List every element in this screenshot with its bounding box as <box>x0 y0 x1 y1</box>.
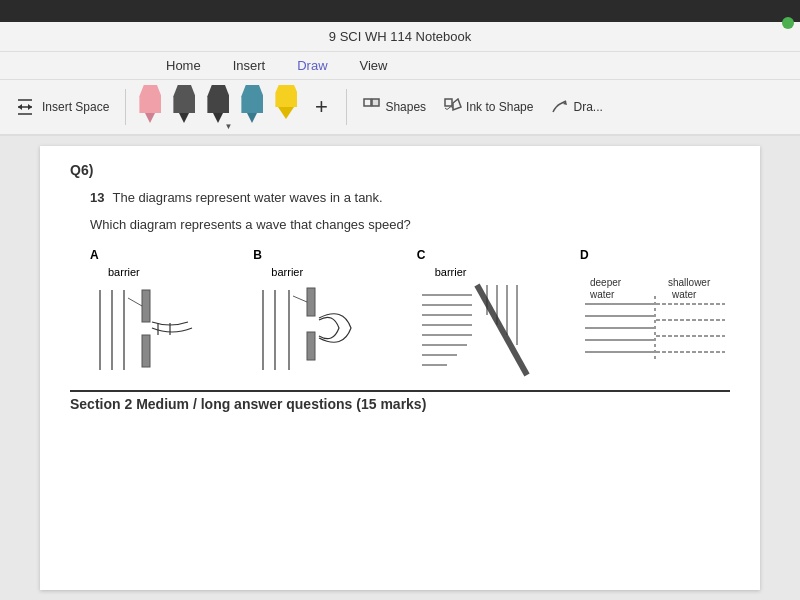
shapes-label: Shapes <box>385 100 426 114</box>
diagram-c-barrier: barrier <box>435 266 467 278</box>
svg-text:water: water <box>671 289 697 300</box>
svg-rect-17 <box>307 332 315 360</box>
pen-pink-tip <box>145 113 155 123</box>
svg-rect-16 <box>307 288 315 316</box>
menu-insert[interactable]: Insert <box>227 56 272 75</box>
toolbar-divider-2 <box>346 89 347 125</box>
menu-home[interactable]: Home <box>160 56 207 75</box>
pen-pink[interactable] <box>136 85 164 129</box>
svg-marker-2 <box>28 104 32 110</box>
insert-space-icon <box>14 96 36 118</box>
pen-dark2-body <box>207 85 229 113</box>
pen-dark1-body <box>173 85 195 113</box>
svg-rect-8 <box>142 290 150 322</box>
diagram-b-barrier: barrier <box>271 266 303 278</box>
svg-rect-7 <box>445 99 452 106</box>
ink-to-shape-icon <box>444 98 462 116</box>
status-indicator <box>782 17 794 29</box>
question-main-text: The diagrams represent water waves in a … <box>112 190 382 205</box>
pen-dark1-tip <box>179 113 189 123</box>
pen-dark1[interactable] <box>170 85 198 129</box>
pen-teal[interactable] <box>238 85 266 129</box>
svg-rect-5 <box>364 99 371 106</box>
diagram-b: B barrier <box>253 248 396 380</box>
svg-line-10 <box>128 298 142 306</box>
pen-yellow[interactable] <box>272 85 300 129</box>
add-pen-button[interactable]: + <box>306 92 336 122</box>
menu-view[interactable]: View <box>354 56 394 75</box>
diagram-a: A barrier <box>90 248 233 380</box>
diagram-d: D deeper water shallower water <box>580 248 730 366</box>
svg-rect-9 <box>142 335 150 367</box>
diagram-c-label: C <box>417 248 426 262</box>
ink-to-shape-button[interactable]: Ink to Shape <box>438 94 539 120</box>
toolbar-divider-1 <box>125 89 126 125</box>
menu-bar: Home Insert Draw View <box>0 52 800 80</box>
svg-text:deeper: deeper <box>590 277 622 288</box>
pen-yellow-body <box>275 85 297 107</box>
diagram-d-svg: deeper water shallower water <box>580 266 730 366</box>
svg-text:water: water <box>589 289 615 300</box>
notebook-page: Q6) 13 The diagrams represent water wave… <box>40 146 760 590</box>
diagram-a-barrier: barrier <box>108 266 140 278</box>
toolbar: Insert Space ▼ + Shapes <box>0 80 800 136</box>
svg-line-22 <box>477 285 527 375</box>
svg-rect-6 <box>372 99 379 106</box>
pen-teal-body <box>241 85 263 113</box>
draw-icon <box>551 98 569 116</box>
draw-label: Dra... <box>573 100 602 114</box>
menu-draw[interactable]: Draw <box>291 56 333 75</box>
draw-button[interactable]: Dra... <box>545 94 608 120</box>
pen-pink-body <box>139 85 161 113</box>
diagram-a-label: A <box>90 248 99 262</box>
pen-dark2[interactable]: ▼ <box>204 85 232 129</box>
diagrams-row: A barrier <box>90 248 730 380</box>
shapes-button[interactable]: Shapes <box>357 94 432 120</box>
diagram-c-svg <box>417 280 547 380</box>
svg-text:shallower: shallower <box>668 277 711 288</box>
shapes-icon <box>363 98 381 116</box>
question-number: 13 <box>90 190 104 205</box>
pen-teal-tip <box>247 113 257 123</box>
diagram-b-label: B <box>253 248 262 262</box>
document-title: 9 SCI WH 114 Notebook <box>329 29 471 44</box>
diagram-d-label: D <box>580 248 589 262</box>
ink-to-shape-label: Ink to Shape <box>466 100 533 114</box>
svg-line-18 <box>293 296 307 302</box>
pen-dark2-tip <box>213 113 223 123</box>
pen-yellow-tip <box>278 107 294 119</box>
question-sub-text: Which diagram represents a wave that cha… <box>90 217 730 232</box>
insert-space-label: Insert Space <box>42 100 109 114</box>
diagram-a-svg <box>90 280 220 380</box>
dropdown-arrow: ▼ <box>224 122 232 131</box>
diagram-b-svg <box>253 280 393 380</box>
insert-space-button[interactable]: Insert Space <box>8 92 115 122</box>
question-label: Q6) <box>70 162 730 178</box>
diagram-c: C barrier <box>417 248 560 380</box>
content-area: Q6) 13 The diagrams represent water wave… <box>0 136 800 600</box>
section-label: Section 2 Medium / long answer questions… <box>70 390 730 412</box>
top-bar <box>0 0 800 22</box>
title-bar: 9 SCI WH 114 Notebook <box>0 22 800 52</box>
svg-marker-1 <box>18 104 22 110</box>
